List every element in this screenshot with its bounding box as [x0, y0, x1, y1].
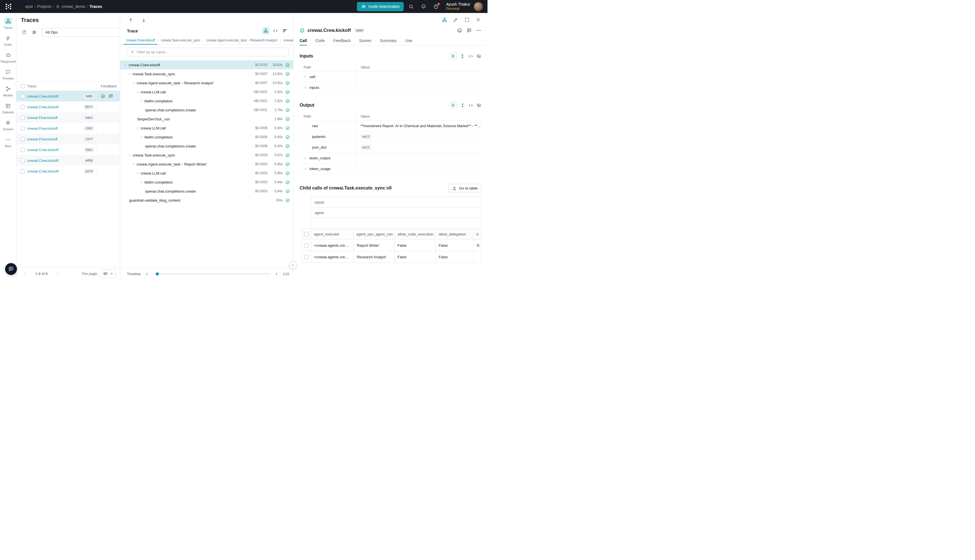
- chat-support-button[interactable]: [5, 263, 17, 275]
- table-row[interactable]: crewai.Flow.kickoff c5ff: [17, 134, 120, 144]
- add-reaction-button[interactable]: [457, 28, 462, 33]
- add-comment-button[interactable]: [109, 94, 113, 98]
- table-row[interactable]: crewai.Flow.kickoff eab1: [17, 112, 120, 123]
- prev-sibling-button[interactable]: [126, 16, 135, 24]
- call-tree-row[interactable]: crewai.Agent.execute_task - 'Research An…: [120, 78, 293, 87]
- search-button[interactable]: [406, 2, 416, 12]
- row-checkbox[interactable]: [21, 94, 25, 98]
- tab-scores[interactable]: Scores: [359, 36, 372, 45]
- trace-link[interactable]: crewai.Flow.kickoff: [27, 137, 58, 141]
- call-tree-row[interactable]: guardrail-validate_blog_content 0ms: [120, 196, 293, 205]
- column-header[interactable]: allow_code_execution: [395, 229, 436, 239]
- row-checkbox[interactable]: [21, 158, 25, 163]
- filter-settings-button[interactable]: [30, 28, 38, 37]
- refresh-button[interactable]: [20, 28, 28, 37]
- call-tree-row[interactable]: litellm.completion $0.0006 9.40s: [120, 133, 293, 142]
- collapse-caret-icon[interactable]: [132, 163, 135, 166]
- call-tree-row[interactable]: litellm.completion $0.0003 5.84s: [120, 178, 293, 187]
- row-checkbox[interactable]: [21, 148, 25, 152]
- call-tree-row[interactable]: openai.chat.completions.create $0.0006 9…: [120, 142, 293, 150]
- row-checkbox[interactable]: [21, 105, 25, 109]
- code-view-button[interactable]: [468, 54, 473, 58]
- path-tab[interactable]: crewai.Agent.execute_task - 'Research An…: [204, 36, 280, 45]
- call-tree-row[interactable]: SerperDevTool._run 1.66s: [120, 115, 293, 123]
- invite-teammates-button[interactable]: Invite teammates: [357, 2, 404, 11]
- table-row[interactable]: <crewai.agents.cre… 'Report Writer' Fals…: [302, 240, 481, 251]
- path-tab[interactable]: crewai.Crew.kickoff: [124, 36, 157, 45]
- avatar[interactable]: [474, 2, 483, 11]
- row-checkbox[interactable]: [304, 243, 309, 248]
- collapse-caret-icon[interactable]: [140, 181, 143, 184]
- collapse-caret-icon[interactable]: [136, 127, 139, 130]
- call-tree-row[interactable]: openai.chat.completions.create $0.0003 5…: [120, 187, 293, 196]
- timeline-next-button[interactable]: [274, 271, 279, 277]
- column-header[interactable]: agent_executor: [311, 229, 354, 239]
- table-row[interactable]: crewai.Crew.kickoff 316c: [17, 144, 120, 155]
- edit-button[interactable]: [452, 16, 459, 23]
- ops-filter-select[interactable]: All Ops: [42, 28, 120, 37]
- sidebar-item-scorers[interactable]: Scorers: [0, 117, 16, 134]
- next-page-button[interactable]: [54, 272, 62, 276]
- overflow-menu-button[interactable]: [476, 28, 481, 33]
- tree-view-toggle[interactable]: [262, 27, 269, 34]
- expand-path-button[interactable]: inputs: [300, 85, 319, 90]
- call-tree-row[interactable]: openai.chat.completions.create <$0.0001 …: [120, 105, 293, 115]
- list-view-toggle[interactable]: [449, 52, 457, 60]
- hide-values-button[interactable]: [476, 54, 481, 58]
- expand-rows-button[interactable]: [460, 103, 465, 108]
- code-view-button[interactable]: [468, 103, 473, 108]
- table-row[interactable]: crewai.Crew.kickoff 657f: [17, 102, 120, 112]
- row-checkbox[interactable]: [304, 255, 309, 259]
- call-tree-row[interactable]: crewai.LLM.call $0.0006 9.40s: [120, 123, 293, 133]
- select-all-checkbox[interactable]: [21, 84, 25, 88]
- sidebar-item-datasets[interactable]: Datasets: [0, 100, 16, 117]
- row-checkbox[interactable]: [21, 126, 25, 130]
- tab-summary[interactable]: Summary: [380, 36, 397, 45]
- trace-link[interactable]: crewai.Crew.kickoff: [27, 169, 58, 173]
- column-header[interactable]: b: [474, 229, 488, 239]
- collapse-caret-icon[interactable]: [140, 136, 143, 139]
- split-view-toggle[interactable]: [441, 16, 448, 23]
- call-tree-row[interactable]: crewai.LLM.call $0.0003 5.85s: [120, 168, 293, 178]
- go-to-table-button[interactable]: Go to table: [449, 184, 481, 192]
- table-row[interactable]: crewai.Crew.kickoff e058: [17, 155, 120, 166]
- next-sibling-button[interactable]: [139, 16, 148, 24]
- trace-link[interactable]: crewai.Crew.kickoff: [27, 94, 58, 98]
- timeline-slider[interactable]: [153, 273, 270, 274]
- expand-path-button[interactable]: self: [300, 75, 315, 79]
- list-view-toggle[interactable]: [449, 102, 457, 109]
- breadcrumb-projects[interactable]: Projects: [37, 4, 52, 9]
- sidebar-item-more[interactable]: More: [0, 134, 16, 150]
- table-row[interactable]: <crewai.agents.cre… 'Research Analyst' F…: [302, 251, 481, 263]
- fullscreen-button[interactable]: [463, 16, 471, 23]
- breadcrumb-page[interactable]: Traces: [89, 4, 102, 9]
- path-tab[interactable]: crewai.Task.execute_sync: [159, 36, 203, 45]
- close-panel-button[interactable]: [474, 16, 482, 23]
- trace-link[interactable]: crewai.Crew.kickoff: [27, 148, 58, 152]
- call-tree-row[interactable]: crewai.Crew.kickoff $0.0010 19.83s: [120, 60, 293, 69]
- sidebar-item-traces[interactable]: Traces: [0, 15, 16, 32]
- sidebar-item-models[interactable]: Models: [0, 83, 16, 100]
- wandb-logo[interactable]: [4, 3, 13, 10]
- call-tree-row[interactable]: crewai.Task.execute_sync $0.0003 5.87s: [120, 150, 293, 160]
- add-reaction-button[interactable]: [101, 94, 105, 98]
- op-filter-input[interactable]: [137, 50, 285, 54]
- breadcrumb-entity[interactable]: ayut: [25, 4, 33, 9]
- row-checkbox[interactable]: [21, 137, 25, 141]
- expand-path-button[interactable]: tasks_output: [300, 156, 331, 160]
- expand-rows-button[interactable]: [460, 54, 465, 58]
- user-menu[interactable]: Ayush Thakur Personal: [446, 2, 470, 11]
- prev-page-button[interactable]: [22, 272, 29, 276]
- call-tree-row[interactable]: crewai.LLM.call <$0.0001 2.82s: [120, 87, 293, 97]
- sidebar-item-evals[interactable]: Evals: [0, 32, 16, 49]
- breadcrumb-project[interactable]: crewai_demo: [56, 4, 85, 9]
- timeline-slider-handle[interactable]: [156, 272, 159, 275]
- select-all-checkbox[interactable]: [304, 232, 309, 236]
- trace-link[interactable]: crewai.Flow.kickoff: [27, 126, 58, 130]
- add-comment-button[interactable]: [467, 28, 472, 33]
- row-checkbox[interactable]: [21, 169, 25, 173]
- collapse-caret-icon[interactable]: [132, 82, 135, 85]
- sidebar-item-prompts[interactable]: Prompts: [0, 66, 16, 83]
- code-view-toggle[interactable]: [272, 27, 279, 34]
- collapse-caret-icon[interactable]: [128, 154, 131, 157]
